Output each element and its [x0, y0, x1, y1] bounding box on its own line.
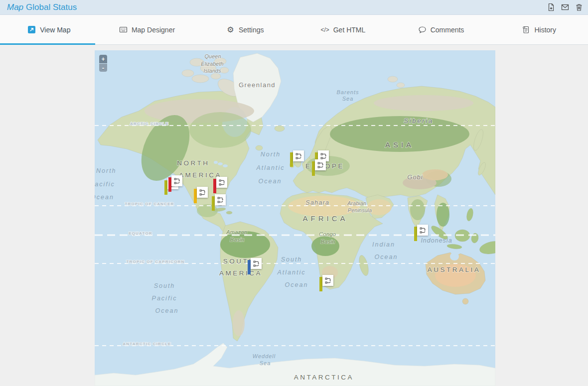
process-icon — [419, 227, 427, 234]
tab-get-html[interactable]: </> Get HTML — [294, 15, 392, 44]
map-label: Sahara — [305, 199, 329, 206]
marker-tile — [197, 187, 208, 198]
map-label: Gobi — [407, 173, 423, 181]
map-label: Elizabeth — [201, 61, 223, 67]
map-label: Pacific — [152, 295, 177, 302]
map-label: Pacific — [95, 181, 115, 188]
map-marker[interactable] — [312, 159, 326, 176]
tab-view-map[interactable]: View Map — [0, 15, 98, 44]
marker-tile — [216, 177, 227, 188]
tab-label: View Map — [40, 26, 70, 34]
process-icon — [218, 179, 226, 186]
map-label: ANTARCTICA — [294, 374, 354, 381]
graticule-label: TROPIC OF CAPRICORN — [126, 259, 184, 264]
map-label: Ocean — [375, 254, 398, 260]
graticule-label: EQUATOR — [129, 231, 152, 236]
map-label: Sea — [342, 96, 354, 102]
map-zoom-control: + - — [99, 55, 107, 72]
world-map-tiles: ARCTIC CIRCLETROPIC OF CANCEREQUATORTROP… — [95, 50, 495, 386]
tab-label: Get HTML — [333, 26, 366, 34]
process-icon — [217, 196, 224, 204]
map-marker[interactable] — [168, 175, 182, 192]
map-label: Weddell — [253, 353, 276, 359]
process-icon — [324, 277, 332, 284]
tab-history[interactable]: History — [490, 15, 588, 44]
process-icon — [199, 189, 206, 196]
tab-label: Map Designer — [132, 26, 175, 34]
map-label: Amazon — [226, 229, 247, 235]
map-label: ASIA — [385, 140, 414, 149]
history-icon — [522, 25, 530, 34]
code-icon: </> — [320, 25, 329, 34]
header-toolbar — [547, 3, 583, 11]
page-title-type: Map — [7, 2, 23, 12]
map-label: Islands — [204, 68, 221, 74]
marker-tile — [322, 275, 333, 286]
comments-icon — [418, 25, 427, 34]
process-icon — [253, 260, 260, 267]
map-marker[interactable] — [319, 275, 333, 292]
view-map-icon — [27, 25, 36, 34]
map-designer-icon — [119, 25, 128, 34]
process-icon — [295, 152, 302, 160]
delete-icon[interactable] — [575, 3, 583, 11]
email-icon[interactable] — [561, 3, 569, 11]
marker-tile — [417, 225, 428, 236]
graticule-label: ARCTIC CIRCLE — [130, 122, 169, 126]
map-label: Ocean — [155, 307, 179, 314]
tab-bar: View Map Map Designer ⚙ Settings </> Get… — [0, 15, 588, 45]
app-header: MapGlobal Status — [0, 0, 588, 15]
tab-map-designer[interactable]: Map Designer — [98, 15, 196, 44]
map-label: South — [281, 256, 302, 263]
marker-tile — [251, 258, 262, 269]
settings-gear-icon: ⚙ — [226, 25, 235, 34]
map-canvas[interactable]: ARCTIC CIRCLETROPIC OF CANCEREQUATORTROP… — [95, 50, 495, 386]
export-report-icon[interactable] — [547, 3, 555, 11]
map-label: Arabian — [347, 200, 366, 206]
map-label: NORTH — [177, 159, 209, 167]
map-label: Basin — [230, 237, 245, 243]
map-label: Atlantic — [256, 164, 285, 171]
map-label: Basin — [321, 239, 335, 245]
map-label: Ocean — [285, 281, 308, 288]
page-title-name: Global Status — [26, 2, 77, 12]
map-label: Ocean — [259, 178, 282, 185]
map-label: Greenland — [239, 81, 276, 89]
map-label: Barents — [337, 89, 359, 95]
map-label: North — [96, 167, 117, 174]
map-label: South — [154, 282, 175, 289]
process-icon — [317, 161, 324, 169]
page-title: MapGlobal Status — [7, 2, 77, 12]
tab-label: Settings — [239, 26, 264, 34]
map-marker[interactable] — [213, 177, 227, 194]
map-label: AUSTRALIA — [428, 266, 481, 273]
marker-tile — [171, 175, 182, 186]
map-label: Siberia — [404, 117, 434, 125]
map-label: Ocean — [95, 194, 114, 201]
tab-settings[interactable]: ⚙ Settings — [196, 15, 294, 44]
map-label: Congo — [319, 231, 336, 237]
map-marker[interactable] — [194, 187, 208, 204]
graticule-label: ANTARCTIC CIRCLE — [123, 342, 171, 346]
process-icon — [320, 152, 327, 160]
marker-tile — [293, 150, 304, 161]
map-label: Indian — [372, 241, 395, 248]
map-label: Atlantic — [277, 269, 306, 276]
map-marker[interactable] — [290, 150, 304, 167]
zoom-out-button[interactable]: - — [99, 64, 107, 72]
map-label: AFRICA — [302, 214, 348, 223]
map-label: Peninsula — [348, 207, 372, 213]
marker-tile — [215, 194, 226, 205]
tab-label: Comments — [431, 26, 464, 34]
zoom-in-button[interactable]: + — [99, 55, 107, 63]
map-label: North — [261, 151, 281, 158]
map-marker[interactable] — [248, 258, 262, 275]
tab-label: History — [534, 26, 556, 34]
map-label: Queen — [204, 53, 221, 59]
tab-comments[interactable]: Comments — [392, 15, 490, 44]
map-marker[interactable] — [212, 194, 226, 211]
graticule-label: TROPIC OF CANCER — [125, 202, 174, 206]
process-icon — [173, 177, 181, 185]
map-marker[interactable] — [414, 225, 428, 242]
marker-tile — [315, 159, 326, 170]
